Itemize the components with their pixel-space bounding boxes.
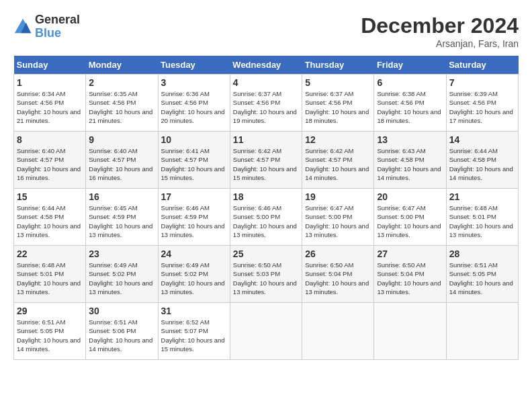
- day-number: 27: [377, 248, 443, 259]
- calendar-cell: [446, 303, 518, 360]
- calendar-cell: 28 Sunrise: 6:51 AM Sunset: 5:05 PM Dayl…: [446, 246, 518, 303]
- day-info: Sunrise: 6:47 AM Sunset: 5:00 PM Dayligh…: [377, 203, 443, 239]
- calendar-cell: 11 Sunrise: 6:42 AM Sunset: 4:57 PM Dayl…: [230, 132, 302, 189]
- calendar-cell: 16 Sunrise: 6:45 AM Sunset: 4:59 PM Dayl…: [86, 189, 158, 246]
- logo-icon: [13, 17, 32, 36]
- calendar-cell: 26 Sunrise: 6:50 AM Sunset: 5:04 PM Dayl…: [302, 246, 374, 303]
- calendar-cell: 7 Sunrise: 6:39 AM Sunset: 4:56 PM Dayli…: [446, 75, 518, 132]
- calendar-cell: 24 Sunrise: 6:49 AM Sunset: 5:02 PM Dayl…: [158, 246, 230, 303]
- day-info: Sunrise: 6:36 AM Sunset: 4:56 PM Dayligh…: [161, 89, 227, 125]
- day-info: Sunrise: 6:46 AM Sunset: 5:00 PM Dayligh…: [233, 203, 299, 239]
- weekday-header: Wednesday: [230, 56, 302, 75]
- calendar-cell: 20 Sunrise: 6:47 AM Sunset: 5:00 PM Dayl…: [374, 189, 446, 246]
- day-info: Sunrise: 6:37 AM Sunset: 4:56 PM Dayligh…: [305, 89, 371, 125]
- day-number: 13: [377, 134, 443, 145]
- calendar-table: SundayMondayTuesdayWednesdayThursdayFrid…: [13, 56, 519, 360]
- day-info: Sunrise: 6:47 AM Sunset: 5:00 PM Dayligh…: [305, 203, 371, 239]
- calendar-cell: 9 Sunrise: 6:40 AM Sunset: 4:57 PM Dayli…: [86, 132, 158, 189]
- day-info: Sunrise: 6:51 AM Sunset: 5:06 PM Dayligh…: [89, 318, 154, 353]
- location: Arsanjan, Fars, Iran: [361, 38, 519, 49]
- day-number: 11: [233, 134, 299, 145]
- day-number: 21: [449, 191, 515, 202]
- weekday-header: Tuesday: [158, 56, 230, 75]
- title-area: December 2024 Arsanjan, Fars, Iran: [361, 13, 519, 49]
- day-number: 4: [233, 77, 299, 88]
- week-row: 22 Sunrise: 6:48 AM Sunset: 5:01 PM Dayl…: [14, 246, 519, 303]
- calendar-cell: 3 Sunrise: 6:36 AM Sunset: 4:56 PM Dayli…: [158, 75, 230, 132]
- day-info: Sunrise: 6:51 AM Sunset: 5:05 PM Dayligh…: [449, 261, 515, 296]
- day-info: Sunrise: 6:50 AM Sunset: 5:04 PM Dayligh…: [377, 261, 443, 296]
- week-row: 1 Sunrise: 6:34 AM Sunset: 4:56 PM Dayli…: [14, 75, 519, 132]
- page-header: General Blue December 2024 Arsanjan, Far…: [13, 13, 519, 49]
- calendar-cell: 30 Sunrise: 6:51 AM Sunset: 5:06 PM Dayl…: [86, 303, 158, 360]
- calendar-cell: 2 Sunrise: 6:35 AM Sunset: 4:56 PM Dayli…: [86, 75, 158, 132]
- day-info: Sunrise: 6:43 AM Sunset: 4:58 PM Dayligh…: [377, 146, 443, 182]
- weekday-header: Sunday: [14, 56, 86, 75]
- day-number: 23: [89, 248, 154, 259]
- calendar-cell: 4 Sunrise: 6:37 AM Sunset: 4:56 PM Dayli…: [230, 75, 302, 132]
- calendar-cell: 10 Sunrise: 6:41 AM Sunset: 4:57 PM Dayl…: [158, 132, 230, 189]
- day-number: 26: [305, 248, 371, 259]
- day-info: Sunrise: 6:41 AM Sunset: 4:57 PM Dayligh…: [161, 146, 227, 182]
- day-number: 7: [449, 77, 515, 88]
- day-info: Sunrise: 6:42 AM Sunset: 4:57 PM Dayligh…: [305, 146, 371, 182]
- day-number: 5: [305, 77, 371, 88]
- day-number: 22: [17, 248, 83, 259]
- day-number: 30: [89, 306, 154, 316]
- calendar-cell: 18 Sunrise: 6:46 AM Sunset: 5:00 PM Dayl…: [230, 189, 302, 246]
- day-info: Sunrise: 6:42 AM Sunset: 4:57 PM Dayligh…: [233, 146, 299, 182]
- week-row: 29 Sunrise: 6:51 AM Sunset: 5:05 PM Dayl…: [14, 303, 519, 360]
- day-number: 2: [89, 77, 154, 88]
- calendar-cell: [230, 303, 302, 360]
- day-number: 25: [233, 248, 299, 259]
- calendar-cell: 19 Sunrise: 6:47 AM Sunset: 5:00 PM Dayl…: [302, 189, 374, 246]
- day-info: Sunrise: 6:44 AM Sunset: 4:58 PM Dayligh…: [449, 146, 515, 182]
- day-info: Sunrise: 6:40 AM Sunset: 4:57 PM Dayligh…: [89, 146, 154, 182]
- day-number: 10: [161, 134, 227, 145]
- day-info: Sunrise: 6:44 AM Sunset: 4:58 PM Dayligh…: [17, 203, 83, 239]
- weekday-header: Thursday: [302, 56, 374, 75]
- calendar-cell: 15 Sunrise: 6:44 AM Sunset: 4:58 PM Dayl…: [14, 189, 86, 246]
- day-info: Sunrise: 6:39 AM Sunset: 4:56 PM Dayligh…: [449, 89, 515, 125]
- calendar-cell: 27 Sunrise: 6:50 AM Sunset: 5:04 PM Dayl…: [374, 246, 446, 303]
- day-number: 15: [17, 191, 83, 202]
- day-info: Sunrise: 6:51 AM Sunset: 5:05 PM Dayligh…: [17, 318, 83, 353]
- calendar-cell: 22 Sunrise: 6:48 AM Sunset: 5:01 PM Dayl…: [14, 246, 86, 303]
- calendar-cell: 17 Sunrise: 6:46 AM Sunset: 4:59 PM Dayl…: [158, 189, 230, 246]
- day-info: Sunrise: 6:50 AM Sunset: 5:03 PM Dayligh…: [233, 261, 299, 296]
- day-number: 1: [17, 77, 83, 88]
- day-number: 9: [89, 134, 154, 145]
- weekday-header: Friday: [374, 56, 446, 75]
- day-number: 16: [89, 191, 154, 202]
- day-number: 28: [449, 248, 515, 259]
- weekday-header-row: SundayMondayTuesdayWednesdayThursdayFrid…: [14, 56, 519, 75]
- day-info: Sunrise: 6:45 AM Sunset: 4:59 PM Dayligh…: [89, 203, 154, 239]
- month-title: December 2024: [361, 13, 519, 38]
- day-info: Sunrise: 6:34 AM Sunset: 4:56 PM Dayligh…: [17, 89, 83, 125]
- day-info: Sunrise: 6:37 AM Sunset: 4:56 PM Dayligh…: [233, 89, 299, 125]
- day-number: 31: [161, 306, 227, 316]
- calendar-cell: 31 Sunrise: 6:52 AM Sunset: 5:07 PM Dayl…: [158, 303, 230, 360]
- day-number: 24: [161, 248, 227, 259]
- day-info: Sunrise: 6:35 AM Sunset: 4:56 PM Dayligh…: [89, 89, 154, 125]
- day-number: 12: [305, 134, 371, 145]
- day-info: Sunrise: 6:49 AM Sunset: 5:02 PM Dayligh…: [161, 261, 227, 296]
- calendar-cell: 29 Sunrise: 6:51 AM Sunset: 5:05 PM Dayl…: [14, 303, 86, 360]
- day-number: 3: [161, 77, 227, 88]
- weekday-header: Saturday: [446, 56, 518, 75]
- day-info: Sunrise: 6:49 AM Sunset: 5:02 PM Dayligh…: [89, 261, 154, 296]
- day-info: Sunrise: 6:52 AM Sunset: 5:07 PM Dayligh…: [161, 318, 227, 353]
- calendar-cell: 6 Sunrise: 6:38 AM Sunset: 4:56 PM Dayli…: [374, 75, 446, 132]
- calendar-cell: 12 Sunrise: 6:42 AM Sunset: 4:57 PM Dayl…: [302, 132, 374, 189]
- calendar-cell: 8 Sunrise: 6:40 AM Sunset: 4:57 PM Dayli…: [14, 132, 86, 189]
- day-number: 8: [17, 134, 83, 145]
- calendar-cell: [374, 303, 446, 360]
- day-info: Sunrise: 6:48 AM Sunset: 5:01 PM Dayligh…: [17, 261, 83, 296]
- day-number: 20: [377, 191, 443, 202]
- day-number: 6: [377, 77, 443, 88]
- day-number: 18: [233, 191, 299, 202]
- day-number: 29: [17, 306, 83, 316]
- day-info: Sunrise: 6:38 AM Sunset: 4:56 PM Dayligh…: [377, 89, 443, 125]
- day-number: 14: [449, 134, 515, 145]
- day-info: Sunrise: 6:50 AM Sunset: 5:04 PM Dayligh…: [305, 261, 371, 296]
